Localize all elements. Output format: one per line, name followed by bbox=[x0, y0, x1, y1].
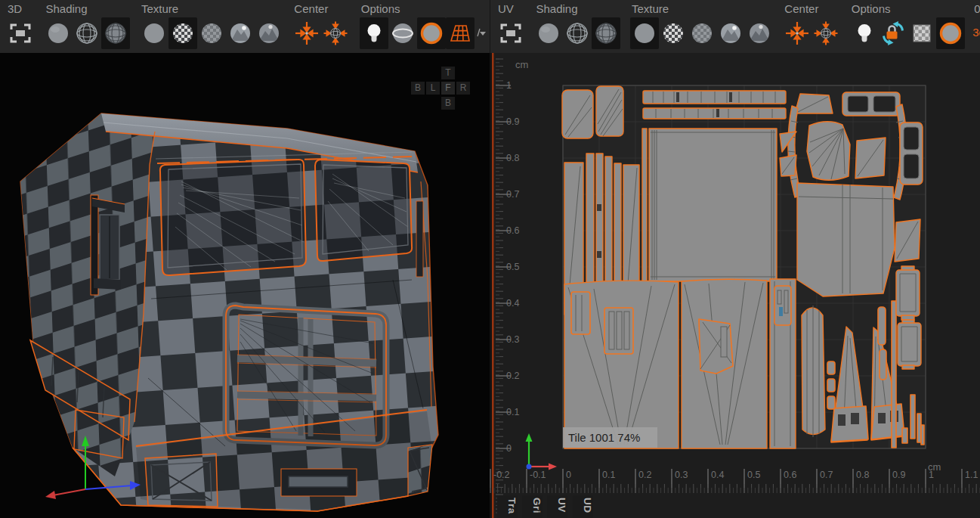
view-cube-widget: T B L F R B bbox=[411, 67, 471, 113]
uv-texture-checker-button[interactable] bbox=[659, 17, 688, 49]
svg-text:0.5: 0.5 bbox=[506, 262, 519, 272]
texture-image-button[interactable] bbox=[226, 17, 255, 49]
shading-wireframe-button[interactable] bbox=[73, 17, 101, 49]
seam-ring-button[interactable] bbox=[388, 17, 417, 49]
toolbar-3d: 3D Shading bbox=[0, 0, 490, 54]
texture-plain-icon bbox=[631, 20, 658, 47]
group-shading-3d: Shading bbox=[44, 0, 130, 50]
group-center-uv: Center bbox=[783, 0, 840, 50]
svg-text:0.1: 0.1 bbox=[506, 407, 519, 417]
uv-texture-image-button[interactable] bbox=[716, 17, 745, 49]
dock-tab-transform[interactable]: Tra bbox=[497, 495, 518, 518]
texture-checker-dim-button[interactable] bbox=[197, 17, 226, 49]
uv-layout: 10.90.80.70.60.50.40.30.20.10-0.2-0.100.… bbox=[490, 53, 980, 518]
view-front-button[interactable]: F bbox=[441, 82, 455, 95]
group-shading-label: Shading bbox=[44, 0, 130, 17]
orange-ring-circle-icon bbox=[418, 20, 445, 47]
texture-image-icon bbox=[717, 20, 744, 47]
svg-text:0.3: 0.3 bbox=[506, 334, 519, 345]
group-texture-label: Texture bbox=[630, 0, 774, 17]
lighting-button[interactable] bbox=[360, 17, 388, 49]
uv-shading-solid-button[interactable] bbox=[534, 17, 563, 49]
sphere-solid-icon bbox=[45, 20, 72, 47]
svg-text:0.2: 0.2 bbox=[638, 470, 651, 480]
group-overflow-uv: 0 3o bbox=[972, 0, 980, 48]
dock-tab-grid[interactable]: Gri bbox=[522, 495, 543, 518]
svg-text:0.4: 0.4 bbox=[506, 298, 519, 309]
texture-checker-dim-icon bbox=[688, 20, 716, 47]
pixel-grid-icon bbox=[908, 20, 935, 47]
sphere-shaded-wire-icon bbox=[102, 20, 129, 47]
texture-checker-icon bbox=[660, 20, 687, 47]
texture-image-icon bbox=[227, 20, 254, 47]
uv-shading-shaded-wire-button[interactable] bbox=[592, 17, 620, 49]
uv-shading-wireframe-button[interactable] bbox=[563, 17, 592, 49]
group-options-label: Options bbox=[850, 0, 965, 17]
group-texture-uv: Texture bbox=[630, 0, 774, 50]
uv-island-outline-button[interactable] bbox=[936, 17, 965, 49]
distortion-grid-button[interactable] bbox=[446, 17, 475, 49]
uv-center-sphere-button[interactable] bbox=[812, 17, 840, 49]
svg-text:0.7: 0.7 bbox=[820, 470, 833, 480]
uv-lock-sync-button[interactable] bbox=[879, 17, 907, 49]
options-overflow-button[interactable] bbox=[475, 17, 488, 49]
uv-toolbar-edge-value: 3o bbox=[972, 17, 980, 48]
center-pivot-icon bbox=[784, 20, 811, 47]
vertical-unit-label: cm bbox=[515, 59, 528, 70]
orange-ring-circle-icon bbox=[937, 20, 964, 47]
fit-frame-icon bbox=[7, 20, 34, 47]
view-right-button[interactable]: R bbox=[456, 82, 470, 95]
dock-tab-uv[interactable]: UV bbox=[547, 495, 567, 518]
group-center-3d: Center bbox=[292, 0, 350, 50]
panel-divider[interactable] bbox=[490, 53, 492, 518]
fit-view-button[interactable] bbox=[6, 17, 35, 49]
tile-status-badge: Tile 1001 74% bbox=[563, 427, 657, 448]
group-center-label: Center bbox=[292, 0, 350, 17]
svg-text:0.5: 0.5 bbox=[747, 470, 760, 480]
uv-texture-checker-dim-button[interactable] bbox=[688, 17, 716, 49]
texture-checker-dim-icon bbox=[198, 20, 225, 47]
uv-texture-none-button[interactable] bbox=[630, 17, 659, 49]
svg-text:0.9: 0.9 bbox=[506, 116, 519, 127]
tile-status-text: Tile 1001 74% bbox=[568, 431, 640, 444]
panel-3d-viewport: 3D Shading bbox=[0, 0, 490, 518]
view-left-button[interactable]: L bbox=[426, 82, 440, 95]
svg-text:-0.1: -0.1 bbox=[530, 470, 546, 480]
sphere-wireframe-icon bbox=[564, 20, 591, 47]
view-top-button[interactable]: T bbox=[441, 67, 455, 79]
island-outline-button[interactable] bbox=[417, 17, 446, 49]
texture-none-button[interactable] bbox=[140, 17, 168, 49]
fit-uv-view-button[interactable] bbox=[496, 17, 525, 49]
center-sphere-button[interactable] bbox=[321, 17, 350, 49]
svg-text:0: 0 bbox=[566, 470, 571, 480]
axis-gizmo-uv bbox=[526, 433, 558, 470]
svg-text:0.6: 0.6 bbox=[784, 470, 796, 480]
dock-tab-udim[interactable]: UD bbox=[573, 495, 593, 518]
panel-uv-editor: UV Shading bbox=[490, 0, 980, 518]
uv-toolbar-overflow-label: 0 bbox=[972, 0, 980, 17]
texture-checker-icon bbox=[169, 20, 196, 47]
center-sphere-icon bbox=[812, 20, 839, 47]
center-sphere-icon bbox=[322, 20, 349, 47]
svg-text:0.8: 0.8 bbox=[856, 470, 869, 480]
shading-shaded-wire-button[interactable] bbox=[101, 17, 130, 49]
svg-text:0: 0 bbox=[506, 443, 512, 454]
svg-text:0.6: 0.6 bbox=[506, 225, 519, 236]
svg-text:0.1: 0.1 bbox=[602, 470, 615, 480]
view-bottom-button[interactable]: B bbox=[441, 97, 455, 110]
texture-checker-button[interactable] bbox=[168, 17, 197, 49]
uv-texture-image-alt-button[interactable] bbox=[745, 17, 774, 49]
uv-center-pivot-button[interactable] bbox=[783, 17, 812, 49]
viewport-3d-canvas[interactable]: T B L F R B bbox=[0, 53, 490, 518]
view-back-button[interactable]: B bbox=[411, 82, 425, 95]
center-pivot-button[interactable] bbox=[292, 17, 321, 49]
group-uv-label: UV bbox=[496, 0, 525, 17]
viewport-uv-canvas[interactable]: 10.90.80.70.60.50.40.30.20.10-0.2-0.100.… bbox=[490, 53, 980, 518]
texture-plain-icon bbox=[141, 20, 168, 47]
uv-pixel-grid-button[interactable] bbox=[907, 17, 936, 49]
uv-lighting-button[interactable] bbox=[850, 17, 879, 49]
lock-sync-icon bbox=[880, 20, 907, 47]
group-texture-label: Texture bbox=[140, 0, 283, 17]
texture-image-alt-button[interactable] bbox=[255, 17, 283, 49]
shading-solid-button[interactable] bbox=[44, 17, 73, 49]
